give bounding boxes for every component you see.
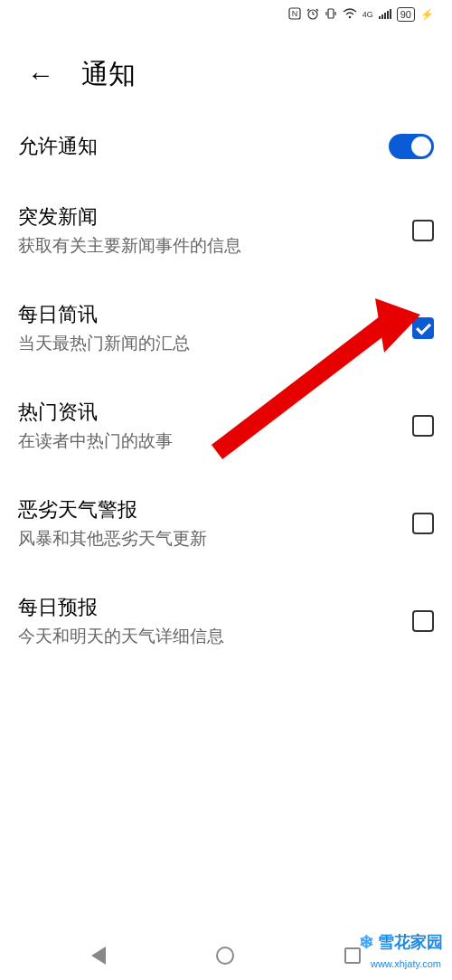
page-header: ← 通知 — [0, 29, 452, 111]
setting-subtitle: 当天最热门新闻的汇总 — [18, 332, 190, 355]
allow-notifications-row[interactable]: 允许通知 — [18, 111, 434, 182]
svg-line-6 — [316, 9, 318, 11]
watermark-url: www.xhjaty.com — [371, 958, 441, 969]
signal-icon — [379, 7, 391, 22]
setting-row-breaking-news[interactable]: 突发新闻 获取有关主要新闻事件的信息 — [18, 182, 434, 279]
watermark-text: 雪花家园 — [378, 931, 443, 953]
charging-icon: ⚡ — [420, 8, 434, 21]
svg-rect-13 — [384, 13, 386, 19]
setting-title: 突发新闻 — [18, 203, 241, 231]
snowflake-icon: ❄ — [359, 931, 374, 953]
breaking-news-checkbox[interactable] — [412, 220, 434, 241]
setting-row-daily-digest[interactable]: 每日简讯 当天最热门新闻的汇总 — [18, 279, 434, 377]
alarm-icon — [306, 7, 319, 23]
nav-back-button[interactable] — [91, 947, 106, 965]
svg-rect-7 — [328, 9, 334, 18]
daily-forecast-checkbox[interactable] — [412, 610, 434, 632]
setting-row-weather-alert[interactable]: 恶劣天气警报 风暴和其他恶劣天气更新 — [18, 475, 434, 572]
setting-title: 恶劣天气警报 — [18, 496, 207, 523]
setting-title: 每日简讯 — [18, 301, 190, 328]
setting-subtitle: 今天和明天的天气详细信息 — [18, 625, 224, 648]
nav-home-button[interactable] — [216, 947, 234, 965]
back-button[interactable]: ← — [27, 61, 54, 89]
setting-row-daily-forecast[interactable]: 每日预报 今天和明天的天气详细信息 — [18, 572, 434, 670]
svg-rect-11 — [379, 16, 381, 19]
setting-title: 每日预报 — [18, 594, 224, 621]
trending-checkbox[interactable] — [412, 415, 434, 437]
setting-row-trending[interactable]: 热门资讯 在读者中热门的故事 — [18, 377, 434, 475]
nfc-icon: N — [288, 7, 301, 23]
battery-indicator: 90 — [397, 7, 415, 22]
svg-rect-14 — [387, 11, 389, 19]
setting-subtitle: 在读者中热门的故事 — [18, 429, 173, 453]
settings-list: 允许通知 突发新闻 获取有关主要新闻事件的信息 每日简讯 当天最热门新闻的汇总 … — [0, 111, 452, 670]
setting-subtitle: 获取有关主要新闻事件的信息 — [18, 234, 241, 258]
svg-point-10 — [348, 16, 351, 19]
svg-text:N: N — [291, 9, 297, 18]
svg-rect-12 — [381, 14, 383, 19]
svg-rect-15 — [390, 9, 391, 19]
setting-subtitle: 风暴和其他恶劣天气更新 — [18, 527, 207, 551]
svg-line-5 — [307, 9, 309, 11]
daily-digest-checkbox[interactable] — [412, 317, 434, 339]
allow-notifications-toggle[interactable] — [389, 134, 434, 159]
page-title: 通知 — [81, 56, 136, 93]
setting-title: 热门资讯 — [18, 399, 173, 426]
watermark: ❄ 雪花家园 — [359, 931, 443, 953]
status-bar: N 4G 90 ⚡ — [0, 0, 452, 29]
weather-alert-checkbox[interactable] — [412, 513, 434, 534]
allow-notifications-label: 允许通知 — [18, 133, 98, 160]
wifi-icon — [343, 7, 357, 22]
network-label: 4G — [363, 10, 373, 19]
vibrate-icon — [325, 7, 337, 23]
